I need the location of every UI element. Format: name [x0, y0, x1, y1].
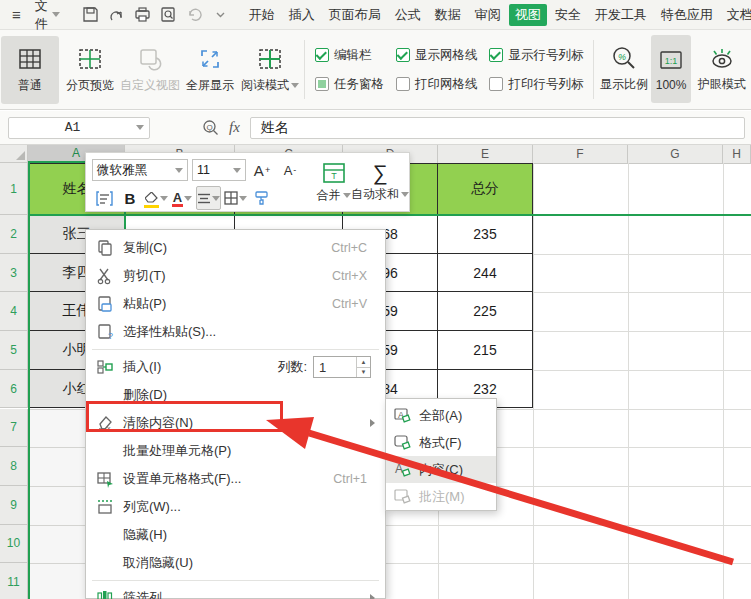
row-header-5[interactable]: 5	[0, 331, 28, 370]
column-header-G[interactable]: G	[628, 145, 723, 163]
cell-name-box[interactable]: A1	[8, 117, 150, 139]
tab-开发工具[interactable]: 开发工具	[589, 4, 653, 26]
font-color-button[interactable]: A	[170, 186, 194, 210]
checkbox-编辑栏[interactable]: 编辑栏	[315, 47, 384, 64]
font-size-select[interactable]: 11	[192, 159, 246, 181]
increase-font-button[interactable]: A+	[250, 158, 274, 182]
column-count-spinner[interactable]: 1▲▼	[313, 356, 371, 378]
column-header-F[interactable]: F	[533, 145, 628, 163]
row-header-2[interactable]: 2	[0, 215, 28, 254]
menu-item-复制[interactable]: 复制(C)Ctrl+C	[86, 234, 385, 262]
blank-icon	[96, 442, 114, 460]
more-chevron-button[interactable]	[208, 3, 234, 27]
menu-item-批量处理单元格[interactable]: 批量处理单元格(P)	[86, 437, 385, 465]
view-button-阅读模式[interactable]: 阅读模式	[241, 36, 299, 104]
tab-安全[interactable]: 安全	[549, 4, 587, 26]
menu-item-剪切[interactable]: 剪切(T)Ctrl+X	[86, 262, 385, 290]
checkbox-显示行号列标[interactable]: 显示行号列标	[489, 47, 583, 64]
selection-border-left	[28, 163, 30, 599]
menu-item-列宽[interactable]: 列宽(W)...	[86, 493, 385, 521]
row-header-1[interactable]: 1	[0, 163, 28, 215]
submenu-item-格式[interactable]: 格式(F)	[386, 429, 496, 456]
zoom-scale-button[interactable]: % 显示比例	[599, 35, 649, 103]
submenu-item-内容[interactable]: A内容(C)	[386, 456, 496, 483]
spinner-up-icon[interactable]: ▲	[357, 357, 370, 368]
row-header-10[interactable]: 10	[0, 525, 28, 564]
view-button-分页预览[interactable]: 分页预览	[61, 36, 119, 104]
svg-text:T: T	[331, 171, 337, 181]
wrap-text-button[interactable]	[92, 186, 116, 210]
tab-数据[interactable]: 数据	[429, 4, 467, 26]
magnifier-icon[interactable]: Q	[202, 119, 219, 136]
undo-button[interactable]	[182, 3, 208, 27]
decrease-font-button[interactable]: A-	[278, 158, 302, 182]
column-header-H[interactable]: H	[723, 145, 751, 163]
row-header-6[interactable]: 6	[0, 370, 28, 409]
fill-color-button[interactable]	[144, 186, 168, 210]
row-header-4[interactable]: 4	[0, 292, 28, 331]
cell-E4[interactable]: 225	[438, 292, 533, 331]
svg-text:?: ?	[108, 331, 113, 341]
titlebar: ≡ 文件 开始插入页面布局公式数据审阅视图安全开发工具特色应用文档助手 查找	[0, 0, 751, 30]
tab-文档助手[interactable]: 文档助手	[721, 4, 751, 26]
checkbox-icon	[489, 48, 503, 62]
fx-icon[interactable]: fx	[229, 119, 240, 136]
cell-E5[interactable]: 215	[438, 331, 533, 370]
checkbox-显示网格线[interactable]: 显示网格线	[396, 47, 478, 64]
formula-input[interactable]: 姓名	[250, 117, 745, 139]
checkbox-打印行号列标[interactable]: 打印行号列标	[489, 76, 583, 93]
submenu-item-全部[interactable]: A全部(A)	[386, 402, 496, 429]
menu-item-选择性粘贴[interactable]: ?选择性粘贴(S)...	[86, 318, 385, 346]
row-header-3[interactable]: 3	[0, 254, 28, 293]
borders-button[interactable]	[223, 186, 247, 210]
font-name-select[interactable]: 微软雅黑	[92, 159, 188, 181]
tab-审阅[interactable]: 审阅	[469, 4, 507, 26]
checkbox-icon	[315, 48, 329, 62]
save-button[interactable]	[78, 3, 104, 27]
view-button-全屏显示[interactable]: 全屏显示	[181, 36, 239, 104]
eye-protection-button[interactable]: 护眼模式	[693, 35, 750, 103]
checkbox-任务窗格[interactable]: 任务窗格	[315, 76, 384, 93]
menu-item-筛选列[interactable]: 筛选列	[86, 584, 385, 599]
cell-E2[interactable]: 235	[438, 215, 533, 254]
tab-特色应用[interactable]: 特色应用	[655, 4, 719, 26]
bold-button[interactable]: B	[118, 186, 142, 210]
hamburger-menu-icon[interactable]: ≡	[0, 6, 29, 23]
tab-页面布局[interactable]: 页面布局	[323, 4, 387, 26]
print-button[interactable]	[130, 3, 156, 27]
cell-E1[interactable]: 总分	[438, 163, 533, 215]
autosum-button[interactable]: ∑ 自动求和	[351, 153, 409, 211]
row-header-11[interactable]: 11	[0, 563, 28, 599]
merge-cells-button[interactable]: T 合并	[316, 153, 351, 211]
svg-text:Q: Q	[206, 123, 212, 132]
merge-cells-icon: T	[322, 162, 346, 184]
view-button-自定义视图[interactable]: 自定义视图	[121, 36, 179, 104]
row-header-9[interactable]: 9	[0, 486, 28, 525]
select-all-corner[interactable]	[0, 145, 28, 163]
tab-公式[interactable]: 公式	[389, 4, 427, 26]
menu-item-粘贴[interactable]: 粘贴(P)Ctrl+V	[86, 290, 385, 318]
menu-item-取消隐藏[interactable]: 取消隐藏(U)	[86, 549, 385, 577]
submenu-item-label: 批注(M)	[419, 488, 465, 506]
row-header-8[interactable]: 8	[0, 447, 28, 486]
checkbox-icon	[489, 77, 503, 91]
print-preview-button[interactable]	[156, 3, 182, 27]
submenu-item-批注[interactable]: 批注(M)	[386, 483, 496, 510]
menu-item-隐藏[interactable]: 隐藏(H)	[86, 521, 385, 549]
align-center-button[interactable]	[196, 186, 221, 210]
file-menu[interactable]: 文件	[29, 0, 66, 33]
cell-E3[interactable]: 244	[438, 254, 533, 293]
view-button-普通[interactable]: 普通	[1, 36, 59, 104]
spinner-down-icon[interactable]: ▼	[357, 368, 370, 378]
row-header-7[interactable]: 7	[0, 409, 28, 448]
checkbox-打印网格线[interactable]: 打印网格线	[396, 76, 478, 93]
zoom-100-button[interactable]: 1:1 100%	[651, 35, 692, 103]
column-header-E[interactable]: E	[438, 145, 533, 163]
tab-开始[interactable]: 开始	[243, 4, 281, 26]
tab-视图[interactable]: 视图	[509, 4, 547, 26]
menu-item-设置单元格格式[interactable]: 设置单元格格式(F)...Ctrl+1	[86, 465, 385, 493]
menu-item-插入[interactable]: 插入(I)列数:1▲▼	[86, 353, 385, 381]
tab-插入[interactable]: 插入	[283, 4, 321, 26]
export-button[interactable]	[104, 3, 130, 27]
format-painter-button[interactable]	[249, 186, 273, 210]
